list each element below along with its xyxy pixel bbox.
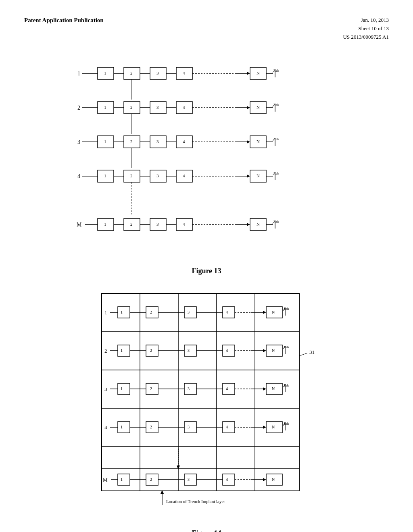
svg-marker-61 (247, 140, 250, 143)
figure13-title: Figure 13 (192, 267, 221, 275)
svg-text:3: 3 (156, 139, 159, 144)
svg-rect-230 (118, 474, 130, 485)
figure14-diagram: 1 1 2 3 4 (81, 291, 332, 525)
svg-rect-134 (184, 307, 196, 318)
svg-text:4: 4 (77, 173, 80, 179)
svg-rect-203 (118, 422, 130, 433)
svg-text:3: 3 (156, 105, 159, 110)
svg-text:3: 3 (156, 222, 159, 227)
svg-text:3: 3 (188, 425, 190, 429)
svg-rect-211 (184, 422, 196, 433)
svg-rect-207 (146, 422, 158, 433)
svg-text:Rds: Rds (284, 422, 289, 426)
svg-marker-168 (263, 349, 266, 352)
svg-text:2: 2 (150, 348, 152, 353)
svg-text:Rds: Rds (284, 384, 289, 387)
page-header: Patent Application Publication Jan. 10, … (24, 16, 389, 41)
svg-text:N: N (272, 310, 275, 314)
svg-rect-163 (223, 345, 235, 356)
svg-text:N: N (257, 105, 260, 110)
header-date: Jan. 10, 2013 (343, 16, 389, 25)
svg-text:2: 2 (130, 71, 133, 75)
svg-text:1: 1 (77, 71, 80, 77)
svg-text:2: 2 (77, 105, 80, 111)
svg-text:Rds: Rds (284, 345, 289, 349)
svg-rect-159 (184, 345, 196, 356)
svg-text:3: 3 (156, 71, 159, 75)
svg-text:1: 1 (104, 173, 106, 178)
svg-text:1: 1 (104, 222, 106, 227)
svg-text:1: 1 (121, 425, 123, 429)
svg-text:2: 2 (130, 173, 133, 178)
svg-text:N: N (257, 139, 260, 144)
svg-marker-195 (263, 387, 266, 391)
svg-text:3: 3 (104, 386, 107, 392)
svg-rect-234 (146, 474, 158, 485)
svg-text:N: N (272, 477, 275, 482)
header-patent: US 2013/0009725 A1 (343, 33, 389, 42)
svg-text:1: 1 (104, 139, 106, 144)
svg-text:4: 4 (183, 71, 185, 75)
page: Patent Application Publication Jan. 10, … (0, 0, 413, 532)
figure13-svg: 1 1 2 3 4 (65, 53, 348, 263)
svg-rect-178 (118, 383, 130, 395)
svg-marker-84 (247, 175, 250, 178)
svg-text:3: 3 (188, 348, 190, 353)
svg-text:2: 2 (150, 310, 152, 314)
svg-text:1: 1 (104, 71, 106, 75)
svg-text:N: N (272, 348, 275, 353)
svg-rect-114 (102, 293, 299, 491)
svg-text:2: 2 (130, 139, 133, 144)
svg-rect-242 (223, 474, 235, 485)
svg-rect-130 (146, 307, 158, 318)
svg-rect-155 (146, 345, 158, 356)
svg-text:31: 31 (309, 349, 315, 355)
svg-text:N: N (257, 71, 260, 75)
svg-text:2: 2 (150, 387, 152, 391)
svg-text:4: 4 (226, 425, 228, 429)
svg-text:3: 3 (77, 139, 80, 145)
svg-text:M: M (103, 477, 108, 483)
svg-text:3: 3 (156, 173, 159, 178)
svg-text:4: 4 (226, 477, 228, 482)
svg-text:1: 1 (104, 310, 107, 316)
svg-marker-143 (263, 311, 266, 314)
svg-marker-220 (263, 426, 266, 429)
header-right: Jan. 10, 2013 Sheet 10 of 13 US 2013/000… (343, 16, 389, 41)
svg-text:2: 2 (150, 477, 152, 482)
svg-rect-151 (118, 345, 130, 356)
svg-rect-138 (223, 307, 235, 318)
svg-rect-126 (118, 307, 130, 318)
svg-text:4: 4 (183, 173, 185, 178)
svg-rect-186 (184, 383, 196, 395)
svg-marker-247 (263, 478, 266, 481)
svg-rect-190 (223, 383, 235, 395)
svg-text:3: 3 (188, 310, 190, 314)
svg-text:2: 2 (130, 222, 133, 227)
svg-rect-182 (146, 383, 158, 395)
figure13-diagram: 1 1 2 3 4 (65, 53, 348, 263)
svg-text:4: 4 (183, 222, 185, 227)
svg-text:M: M (77, 222, 82, 228)
svg-text:N: N (257, 173, 260, 178)
publication-title: Patent Application Publication (24, 17, 104, 23)
svg-text:3: 3 (188, 387, 190, 391)
svg-marker-107 (247, 223, 250, 226)
svg-text:4: 4 (183, 139, 185, 144)
svg-text:2: 2 (150, 425, 152, 429)
svg-text:4: 4 (104, 424, 107, 430)
svg-rect-215 (223, 422, 235, 433)
svg-text:1: 1 (121, 348, 123, 353)
figure14-title: Figure 14 (192, 529, 221, 532)
svg-text:N: N (257, 222, 260, 227)
svg-rect-238 (184, 474, 196, 485)
svg-text:1: 1 (121, 387, 123, 391)
svg-text:3: 3 (188, 477, 190, 482)
svg-text:Rds: Rds (284, 307, 289, 311)
svg-text:Location of Trench Implant lay: Location of Trench Implant layer (166, 499, 225, 504)
figure13-section: 1 1 2 3 4 (24, 53, 389, 283)
figure14-svg: 1 1 2 3 4 (81, 291, 332, 525)
svg-marker-15 (247, 72, 250, 75)
svg-text:1: 1 (104, 105, 106, 110)
svg-line-175 (299, 353, 307, 356)
